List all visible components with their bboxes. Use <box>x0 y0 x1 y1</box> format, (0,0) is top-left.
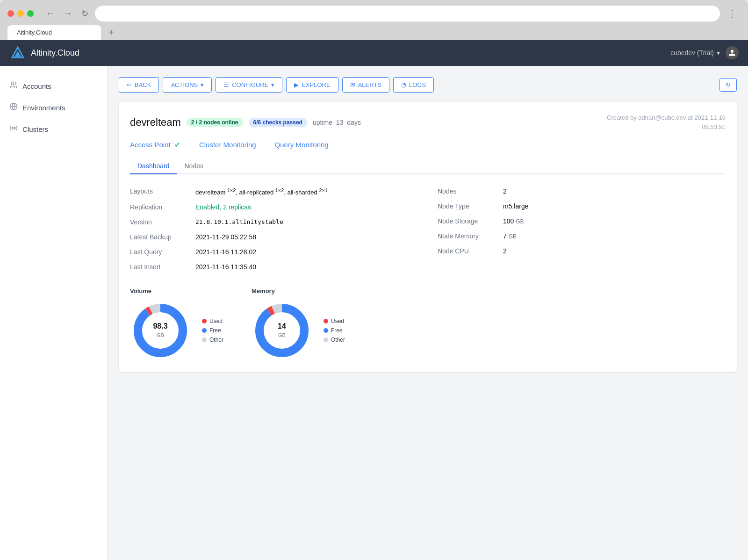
other-label: Other <box>331 337 345 343</box>
uptime-text: uptime 13 days <box>313 119 361 126</box>
info-row-replication: Replication Enabled, 2 replicas <box>130 200 409 215</box>
volume-chart-container: 98.3 GB Used <box>130 300 223 361</box>
mail-icon: ✉ <box>350 81 355 88</box>
logo-icon <box>9 44 26 61</box>
used-dot <box>202 319 207 323</box>
app-title: Altinity.Cloud <box>31 48 79 58</box>
checks-badge: 6/6 checks passed <box>249 118 307 127</box>
browser-tab[interactable]: Altinity.Cloud <box>7 25 101 40</box>
query-monitoring-link[interactable]: Query Monitoring <box>275 141 329 149</box>
legend-free: Free <box>324 327 345 334</box>
forward-nav-button[interactable]: → <box>61 7 75 21</box>
app-logo[interactable]: Altinity.Cloud <box>9 44 79 61</box>
explore-label: EXPLORE <box>302 81 330 88</box>
alerts-button[interactable]: ✉ ALERTS <box>342 77 389 93</box>
memory-title: Memory <box>252 287 345 294</box>
memory-donut: 14 GB <box>252 300 312 361</box>
sidebar-item-environments[interactable]: Environments <box>0 97 107 118</box>
avatar[interactable] <box>726 46 739 59</box>
access-point-link[interactable]: Access Point ✔ <box>130 141 180 149</box>
uptime-unit: days <box>347 119 361 126</box>
legend-free: Free <box>202 327 223 334</box>
created-time: 09:53:51 <box>607 122 726 132</box>
logs-button[interactable]: ◔ LOGS <box>393 77 434 93</box>
memory-chart: Memory <box>252 287 345 361</box>
tab-dashboard[interactable]: Dashboard <box>130 158 177 174</box>
app-header: Altinity.Cloud cubedev (Trial) ▾ <box>0 40 748 66</box>
refresh-icon: ↻ <box>726 81 731 88</box>
info-row-node-type: Node Type m5.large <box>438 199 726 214</box>
close-button[interactable] <box>7 10 14 17</box>
history-icon: ◔ <box>401 81 406 88</box>
configure-label: CONFIGURE <box>232 81 268 88</box>
menu-icon: ☰ <box>223 81 229 88</box>
info-grid: Layouts devrelteam 1×2, all-replicated 1… <box>130 184 726 274</box>
used-label: Used <box>331 318 344 324</box>
access-point-status-icon: ✔ <box>174 141 180 149</box>
main-content: ↩ BACK ACTIONS ▾ ☰ CONFIGURE ▾ ▶ EXPLORE <box>108 66 748 560</box>
svg-point-4 <box>13 127 15 129</box>
other-dot <box>202 337 207 342</box>
info-row-last-insert: Last Insert 2021-11-16 11:35:40 <box>130 259 409 274</box>
created-label: Created by adnan@cube.dev at 2021-11-16 <box>607 113 726 122</box>
chevron-down-icon: ▾ <box>201 81 204 88</box>
free-dot <box>324 328 328 333</box>
used-dot <box>324 319 328 323</box>
back-label: BACK <box>135 81 151 88</box>
address-bar[interactable] <box>95 6 720 22</box>
volume-value: 98.3 GB <box>153 322 167 339</box>
free-dot <box>202 328 207 333</box>
refresh-button[interactable]: ↻ <box>719 78 737 92</box>
svg-point-2 <box>11 82 14 85</box>
alerts-label: ALERTS <box>358 81 381 88</box>
info-right: Nodes 2 Node Type m5.large Node Storage … <box>428 184 726 274</box>
maximize-button[interactable] <box>27 10 34 17</box>
legend-other: Other <box>202 337 223 343</box>
info-row-backup: Latest Backup 2021-11-29 05:22:58 <box>130 230 409 244</box>
chevron-down-icon: ▾ <box>717 49 720 57</box>
new-tab-button[interactable]: + <box>105 25 118 40</box>
created-info: Created by adnan@cube.dev at 2021-11-16 … <box>607 113 726 131</box>
sidebar-item-label: Accounts <box>22 82 51 90</box>
info-left: Layouts devrelteam 1×2, all-replicated 1… <box>130 184 428 274</box>
section-links: Access Point ✔ Cluster Monitoring Query … <box>130 141 726 151</box>
configure-button[interactable]: ☰ CONFIGURE ▾ <box>216 77 282 93</box>
sidebar-item-clusters[interactable]: Clusters <box>0 118 107 140</box>
memory-legend: Used Free Other <box>324 318 345 343</box>
sidebar-item-accounts[interactable]: Accounts <box>0 75 107 97</box>
volume-donut: 98.3 GB <box>130 300 191 361</box>
volume-chart: Volume <box>130 287 223 361</box>
cluster-monitoring-link[interactable]: Cluster Monitoring <box>199 141 256 149</box>
accounts-icon <box>9 81 18 91</box>
other-label: Other <box>209 337 223 343</box>
actions-button[interactable]: ACTIONS ▾ <box>163 77 212 93</box>
uptime-value: 13 <box>336 119 344 126</box>
sidebar-item-label: Environments <box>22 104 65 112</box>
nodes-badge: 2 / 2 nodes online <box>187 118 243 127</box>
explore-button[interactable]: ▶ EXPLORE <box>286 77 338 93</box>
back-button[interactable]: ↩ BACK <box>119 77 159 93</box>
header-right: cubedev (Trial) ▾ <box>670 46 739 59</box>
clusters-icon <box>9 124 18 134</box>
tab-nodes[interactable]: Nodes <box>177 158 211 174</box>
free-label: Free <box>209 327 221 334</box>
environments-icon <box>9 102 18 113</box>
logs-label: LOGS <box>409 81 426 88</box>
sidebar-item-label: Clusters <box>22 125 48 133</box>
used-label: Used <box>209 318 223 324</box>
volume-title: Volume <box>130 287 223 294</box>
cluster-header: devrelteam 2 / 2 nodes online 6/6 checks… <box>130 113 726 131</box>
minimize-button[interactable] <box>17 10 24 17</box>
cluster-name: devrelteam <box>130 116 181 129</box>
sidebar: Accounts Environments Clusters <box>0 66 108 560</box>
back-nav-button[interactable]: ← <box>43 7 57 21</box>
tab-title: Altinity.Cloud <box>17 29 52 36</box>
info-row-node-storage: Node Storage 100 GB <box>438 214 726 229</box>
browser-menu-button[interactable]: ⋮ <box>724 6 741 21</box>
user-account[interactable]: cubedev (Trial) ▾ <box>670 49 720 57</box>
info-row-last-query: Last Query 2021-11-16 11:28:02 <box>130 244 409 259</box>
user-name: cubedev (Trial) <box>670 49 714 57</box>
toolbar: ↩ BACK ACTIONS ▾ ☰ CONFIGURE ▾ ▶ EXPLORE <box>119 77 737 93</box>
info-row-layouts: Layouts devrelteam 1×2, all-replicated 1… <box>130 184 409 200</box>
reload-button[interactable]: ↻ <box>79 7 91 21</box>
